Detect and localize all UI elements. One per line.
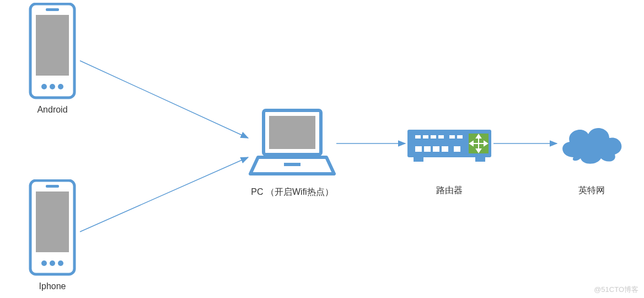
cloud-icon <box>554 119 629 168</box>
svg-rect-21 <box>415 135 421 139</box>
router-node: 路由器 <box>405 124 493 196</box>
svg-point-15 <box>50 260 55 266</box>
svg-rect-22 <box>423 135 428 139</box>
svg-rect-30 <box>442 146 448 152</box>
svg-rect-26 <box>457 135 463 139</box>
svg-line-1 <box>80 61 248 138</box>
svg-rect-27 <box>415 146 422 152</box>
pc-node: PC （开启Wifi热点） <box>248 108 336 198</box>
svg-line-2 <box>80 157 248 232</box>
router-icon <box>405 124 493 168</box>
svg-rect-31 <box>454 146 460 152</box>
phone-icon <box>25 179 80 276</box>
svg-rect-6 <box>36 15 69 76</box>
svg-rect-12 <box>36 191 69 252</box>
iphone-node: Iphone <box>25 179 80 291</box>
svg-point-9 <box>50 84 55 89</box>
svg-rect-28 <box>424 146 431 152</box>
internet-label: 英特网 <box>578 185 605 196</box>
svg-point-8 <box>41 84 47 89</box>
svg-rect-7 <box>46 8 59 11</box>
svg-rect-19 <box>284 163 300 166</box>
svg-rect-41 <box>414 157 423 162</box>
android-node: Android <box>25 3 80 115</box>
pc-label: PC （开启Wifi热点） <box>251 187 333 198</box>
phone-icon <box>25 3 80 99</box>
internet-node: 英特网 <box>554 119 629 196</box>
svg-point-16 <box>58 260 63 266</box>
svg-point-10 <box>58 84 63 89</box>
laptop-icon <box>248 108 336 182</box>
svg-rect-23 <box>431 135 436 139</box>
svg-rect-42 <box>475 157 485 162</box>
android-label: Android <box>37 105 67 115</box>
svg-rect-29 <box>433 146 439 152</box>
watermark: @51CTO博客 <box>594 285 638 295</box>
iphone-label: Iphone <box>39 281 66 291</box>
svg-rect-24 <box>438 135 444 139</box>
svg-rect-18 <box>269 116 315 149</box>
router-label: 路由器 <box>436 185 463 196</box>
svg-rect-25 <box>449 135 455 139</box>
svg-point-14 <box>41 260 47 266</box>
svg-rect-13 <box>46 185 59 188</box>
